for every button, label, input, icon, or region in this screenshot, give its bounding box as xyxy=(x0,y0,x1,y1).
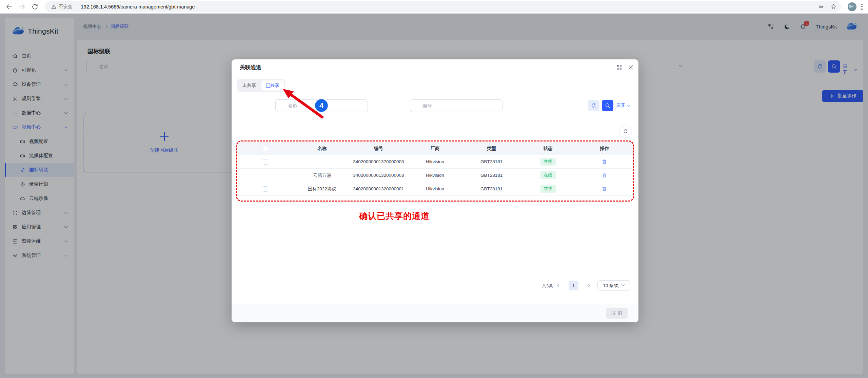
share-tabs: 未共享 已共享 xyxy=(237,79,285,92)
status-badge: 在线 xyxy=(540,185,556,193)
associate-channel-modal: 关联通道 未共享 已共享 展开 名称 编号 厂商 类型 状态 操作 xyxy=(232,59,638,322)
refresh-icon xyxy=(623,129,628,134)
tab-shared[interactable]: 已共享 xyxy=(261,80,284,91)
column-vendor: 厂商 xyxy=(407,146,463,152)
browser-avatar[interactable]: 先生 xyxy=(848,2,856,11)
row-checkbox[interactable] xyxy=(263,173,268,178)
column-status: 状态 xyxy=(520,146,576,152)
forward-icon[interactable] xyxy=(18,3,26,11)
delete-icon[interactable] xyxy=(601,186,607,192)
modal-reset-button[interactable] xyxy=(588,100,599,111)
browser-menu-icon[interactable] xyxy=(861,4,863,10)
pagination-page-1[interactable]: 1 xyxy=(569,281,578,290)
omnibox-divider xyxy=(77,4,77,10)
browser-toolbar: 不安全 192.168.1.4:5666/camera-management/g… xyxy=(0,0,868,14)
page-size-select[interactable]: 10 条/页 xyxy=(597,280,630,291)
cell-type: GBT28181 xyxy=(463,186,520,191)
pagination-prev-icon[interactable] xyxy=(557,284,561,287)
modal-header: 关联通道 xyxy=(232,59,638,75)
row-checkbox[interactable] xyxy=(263,186,268,192)
column-type: 类型 xyxy=(463,146,520,152)
cell-name: 云腾五洲 xyxy=(294,172,351,178)
pagination-next-icon[interactable] xyxy=(587,284,590,287)
row-checkbox[interactable] xyxy=(263,159,268,165)
cell-vendor: Hikvision xyxy=(407,159,463,164)
cell-vendor: Hikvision xyxy=(407,186,463,191)
app-root: 不安全 192.168.1.4:5666/camera-management/g… xyxy=(0,0,868,378)
chevron-down-icon xyxy=(622,283,625,286)
password-key-icon[interactable] xyxy=(818,3,824,10)
reload-icon[interactable] xyxy=(31,3,39,11)
status-badge: 在线 xyxy=(540,158,556,166)
channel-table-panel: 名称 编号 厂商 类型 状态 操作 34020000001370000003 H… xyxy=(237,142,633,276)
delete-icon[interactable] xyxy=(601,159,607,165)
search-icon xyxy=(605,102,611,109)
cancel-button[interactable]: 取 消 xyxy=(606,308,628,319)
pagination: 共3条 1 10 条/页 xyxy=(232,280,633,292)
table-refresh-button[interactable] xyxy=(619,125,632,138)
modal-title: 关联通道 xyxy=(240,64,261,71)
address-bar[interactable]: 不安全 192.168.1.4:5666/camera-management/g… xyxy=(45,1,841,12)
modal-code-search-input[interactable] xyxy=(410,99,502,112)
modal-expand-toggle[interactable]: 展开 xyxy=(616,102,637,109)
annotation-note: 确认已共享的通道 xyxy=(340,210,449,222)
table-row: 云腾五洲 34020000001320000003 Hikvision GBT2… xyxy=(237,169,633,182)
column-action: 操作 xyxy=(576,146,633,152)
table-row: 34020000001370000003 Hikvision GBT28181 … xyxy=(237,155,633,169)
chevron-down-icon xyxy=(627,103,631,107)
refresh-icon xyxy=(591,102,597,109)
fullscreen-icon[interactable] xyxy=(616,64,622,70)
modal-search-button[interactable] xyxy=(602,100,613,111)
not-secure-icon xyxy=(51,4,57,10)
status-badge: 在线 xyxy=(540,171,556,179)
pagination-total: 共3条 xyxy=(542,283,553,289)
table-row: 国标2022协议 34020000001320000001 Hikvision … xyxy=(237,182,633,196)
column-code: 编号 xyxy=(350,146,407,152)
cell-name: 国标2022协议 xyxy=(294,186,351,192)
bookmark-star-icon[interactable] xyxy=(830,3,837,10)
modal-footer: 取 消 xyxy=(232,304,638,322)
select-all-checkbox[interactable] xyxy=(263,146,268,151)
security-label[interactable]: 不安全 xyxy=(59,4,73,10)
modal-name-search-input[interactable] xyxy=(275,99,368,112)
close-icon[interactable] xyxy=(628,64,634,71)
url-text[interactable]: 192.168.1.4:5666/camera-management/gbt-m… xyxy=(81,4,812,10)
column-name: 名称 xyxy=(294,146,351,152)
cell-code: 34020000001370000003 xyxy=(350,159,407,164)
back-icon[interactable] xyxy=(5,3,13,11)
table-header: 名称 编号 厂商 类型 状态 操作 xyxy=(237,142,633,155)
tab-unshared[interactable]: 未共享 xyxy=(238,80,261,91)
cell-type: GBT28181 xyxy=(463,173,520,178)
cell-code: 34020000001320000001 xyxy=(350,186,407,191)
cell-vendor: Hikvision xyxy=(407,173,463,178)
cell-type: GBT28181 xyxy=(463,159,520,164)
delete-icon[interactable] xyxy=(601,172,607,178)
cell-code: 34020000001320000003 xyxy=(350,173,407,178)
